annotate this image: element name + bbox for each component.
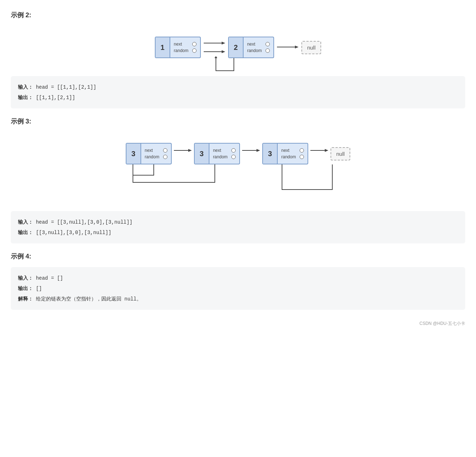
arrow-3b-next xyxy=(242,148,260,153)
ex3-arrows-below xyxy=(126,164,348,197)
example3-info: 输入： head = [[3,null],[3,0],[3,null]] 输出：… xyxy=(11,211,465,243)
node3c-next-label: next xyxy=(281,148,297,153)
ex4-input-value: head = [] xyxy=(36,275,63,281)
ex4-note-value: 给定的链表为空（空指针），因此返回 null。 xyxy=(36,296,142,302)
svg-marker-3 xyxy=(222,50,225,53)
example4-info: 输入： head = [] 输出： [] 解释： 给定的链表为空（空指针），因此… xyxy=(11,267,465,310)
null-box-3: null xyxy=(331,147,350,160)
svg-marker-5 xyxy=(295,46,299,48)
ex3-input-value: head = [[3,null],[3,0],[3,null]] xyxy=(36,219,133,225)
node3b-random-port xyxy=(231,155,236,159)
node3c-val: 3 xyxy=(263,144,278,164)
svg-marker-8 xyxy=(188,149,192,152)
ex3-output-value: [[3,null],[3,0],[3,null]] xyxy=(36,230,111,236)
node2-random-label: random xyxy=(247,48,263,53)
ex2-input-value: head = [[1,1],[2,1]] xyxy=(36,84,96,90)
node-2: 2 next random xyxy=(228,37,274,58)
ex3-output-label: 输出： xyxy=(18,230,33,236)
ex4-output-label: 输出： xyxy=(18,286,33,292)
node3a-next-port xyxy=(163,148,167,153)
node1-random-port xyxy=(192,48,197,53)
arrow-1-random xyxy=(204,49,225,54)
node3b-random-label: random xyxy=(213,154,229,159)
svg-marker-10 xyxy=(257,149,260,152)
ex2-output-label: 输出： xyxy=(18,95,33,101)
ex2-output-value: [[1,1],[2,1]] xyxy=(36,95,75,101)
svg-marker-6 xyxy=(214,56,217,58)
node3a-random-label: random xyxy=(145,154,161,159)
ex4-output-value: [] xyxy=(36,286,42,292)
node-3b: 3 next random xyxy=(194,143,240,164)
node3a-val: 3 xyxy=(126,144,141,164)
example3-diagram: 3 next random xyxy=(11,132,465,204)
svg-marker-1 xyxy=(222,42,225,45)
arrow-3a-next xyxy=(174,148,192,153)
node3c-random-label: random xyxy=(281,154,297,159)
node2-random-port xyxy=(265,48,270,53)
arrow-2-next xyxy=(277,45,299,50)
svg-marker-12 xyxy=(325,149,328,152)
node3a-next-label: next xyxy=(145,148,161,153)
node1-next-port xyxy=(192,42,197,46)
node1-val: 1 xyxy=(156,37,170,57)
example2-title: 示例 2: xyxy=(11,11,465,19)
example4-title: 示例 4: xyxy=(11,252,465,261)
node2-next-port xyxy=(265,42,270,46)
example3-title: 示例 3: xyxy=(11,117,465,126)
arrow-3c-next xyxy=(310,148,328,153)
node-1: 1 next random xyxy=(155,37,201,58)
footer-credit: CSDN @HDU-五七小卡 xyxy=(11,321,465,327)
ex4-input-label: 输入： xyxy=(18,275,33,281)
node-3a: 3 next random xyxy=(126,143,172,164)
node3b-next-port xyxy=(231,148,236,153)
arrow-1-next xyxy=(204,41,225,46)
example2-diagram: 1 next random xyxy=(11,26,465,69)
ex3-input-label: 输入： xyxy=(18,219,33,225)
node3b-next-label: next xyxy=(213,148,229,153)
example2-info: 输入： head = [[1,1],[2,1]] 输出： [[1,1],[2,1… xyxy=(11,76,465,108)
node2-next-label: next xyxy=(247,42,263,47)
node1-next-label: next xyxy=(174,42,190,47)
node3c-next-port xyxy=(300,148,304,153)
node2-val: 2 xyxy=(229,37,244,57)
node3c-random-port xyxy=(300,155,304,159)
node3a-random-port xyxy=(163,155,167,159)
node3b-val: 3 xyxy=(195,144,209,164)
random-loop-ex2 xyxy=(212,56,291,78)
node-3c: 3 next random xyxy=(262,143,308,164)
ex2-input-label: 输入： xyxy=(18,84,33,90)
null-box-1: null xyxy=(301,41,321,54)
ex4-note-label: 解释： xyxy=(18,296,33,302)
node1-random-label: random xyxy=(174,48,190,53)
